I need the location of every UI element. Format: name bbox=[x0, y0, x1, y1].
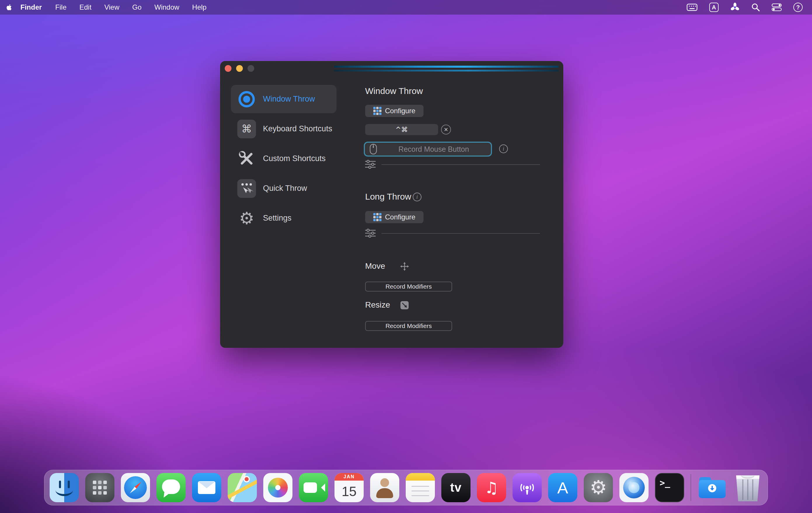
menu-status-area: A ? bbox=[687, 3, 812, 12]
shortcut-value: ^⌘ bbox=[396, 126, 408, 133]
minimize-window-button[interactable] bbox=[236, 65, 243, 72]
window-controls bbox=[225, 65, 254, 72]
apple-menu-icon[interactable] bbox=[0, 3, 19, 12]
sidebar-item-window-throw[interactable]: Window Throw bbox=[231, 85, 337, 113]
record-mouse-placeholder: Record Mouse Button bbox=[381, 145, 486, 153]
dock-launchpad-icon[interactable] bbox=[85, 473, 114, 502]
keyboard-icon[interactable] bbox=[687, 3, 698, 11]
active-app-name[interactable]: Finder bbox=[19, 0, 49, 14]
record-mouse-button-field[interactable]: Record Mouse Button bbox=[364, 142, 492, 156]
resize-section-title: Resize bbox=[365, 300, 390, 310]
zoom-window-button[interactable] bbox=[248, 65, 254, 72]
sidebar-item-label: Keyboard Shortcuts bbox=[263, 124, 332, 133]
app-window: Window Throw ⌘ Keyboard Shortcuts Custom… bbox=[220, 61, 563, 348]
input-source-letter: A bbox=[712, 4, 716, 11]
sidebar-item-label: Window Throw bbox=[263, 95, 315, 103]
window-throw-section-title: Window Throw bbox=[365, 86, 423, 96]
dock-messages-icon[interactable] bbox=[156, 473, 185, 502]
dock-downloads-icon[interactable] bbox=[698, 473, 727, 502]
window-throw-shortcut-field[interactable]: ^⌘ bbox=[365, 124, 438, 135]
sidebar-item-quick-throw[interactable]: Quick Throw bbox=[231, 174, 337, 203]
long-throw-configure-button[interactable]: Configure bbox=[365, 211, 424, 223]
sidebar-item-custom-shortcuts[interactable]: Custom Shortcuts bbox=[231, 145, 337, 173]
menu-help[interactable]: Help bbox=[185, 0, 213, 14]
music-note-glyph: ♫ bbox=[485, 479, 498, 497]
spotlight-search-icon[interactable] bbox=[751, 3, 760, 12]
section-divider-2 bbox=[381, 233, 540, 234]
section-divider-1 bbox=[381, 164, 540, 165]
dock: JAN 15 tv ♫ A ⚙ >_ bbox=[44, 470, 768, 505]
info-glyph: i bbox=[416, 194, 418, 200]
dock-photos-icon[interactable] bbox=[263, 473, 292, 502]
dock-music-icon[interactable]: ♫ bbox=[477, 473, 506, 502]
control-center-icon[interactable] bbox=[772, 3, 782, 11]
grid-icon bbox=[373, 107, 381, 115]
dock-mail-icon[interactable] bbox=[192, 473, 221, 502]
dock-maps-icon[interactable] bbox=[228, 473, 257, 502]
sidebar-item-settings[interactable]: ⚙ Settings bbox=[231, 204, 337, 232]
custom-shortcuts-icon bbox=[237, 149, 256, 168]
dock-notes-icon[interactable] bbox=[406, 473, 435, 502]
move-section-title: Move bbox=[365, 262, 385, 271]
sidebar-item-label: Custom Shortcuts bbox=[263, 154, 326, 163]
clear-shortcut-button[interactable]: × bbox=[441, 125, 451, 134]
menu-bar: Finder File Edit View Go Window Help A ? bbox=[0, 0, 812, 14]
configure-button-label: Configure bbox=[385, 213, 415, 221]
calendar-day: 15 bbox=[335, 481, 364, 502]
resize-icon bbox=[400, 301, 409, 311]
dock-facetime-icon[interactable] bbox=[299, 473, 328, 502]
menu-file[interactable]: File bbox=[49, 0, 73, 14]
info-icon-long-throw[interactable]: i bbox=[413, 192, 422, 201]
info-glyph: i bbox=[503, 146, 504, 152]
sidebar-item-keyboard-shortcuts[interactable]: ⌘ Keyboard Shortcuts bbox=[231, 115, 337, 143]
menu-window[interactable]: Window bbox=[148, 0, 185, 14]
dock-window-manager-icon[interactable] bbox=[619, 473, 648, 502]
titlebar-accent-stripe bbox=[334, 66, 559, 68]
resize-record-modifiers-button[interactable]: Record Modifiers bbox=[365, 321, 452, 331]
input-source-icon[interactable]: A bbox=[709, 3, 719, 12]
menu-edit[interactable]: Edit bbox=[73, 0, 98, 14]
help-question-glyph: ? bbox=[796, 4, 800, 11]
dock-system-preferences-icon[interactable]: ⚙ bbox=[584, 473, 613, 502]
record-modifiers-label: Record Modifiers bbox=[385, 283, 432, 290]
dock-tv-icon[interactable]: tv bbox=[441, 473, 470, 502]
quick-throw-icon bbox=[237, 179, 256, 198]
app-store-glyph: A bbox=[557, 478, 568, 497]
dock-finder-icon[interactable] bbox=[50, 473, 79, 502]
window-throw-icon bbox=[237, 90, 256, 109]
move-record-modifiers-button[interactable]: Record Modifiers bbox=[365, 281, 452, 292]
menu-go[interactable]: Go bbox=[126, 0, 148, 14]
grid-icon bbox=[373, 213, 381, 221]
dock-terminal-icon[interactable]: >_ bbox=[655, 473, 684, 502]
info-icon-record-mouse[interactable]: i bbox=[499, 145, 508, 153]
clear-icon: × bbox=[444, 126, 448, 133]
gear-glyph: ⚙ bbox=[589, 478, 607, 497]
sidebar-item-label: Settings bbox=[263, 214, 292, 223]
configure-button-label: Configure bbox=[385, 107, 415, 115]
filter-options-icon-2[interactable] bbox=[365, 229, 376, 239]
tv-glyph: tv bbox=[450, 481, 461, 494]
sidebar-item-label: Quick Throw bbox=[263, 184, 307, 193]
calendar-month: JAN bbox=[335, 473, 364, 481]
dock-contacts-icon[interactable] bbox=[370, 473, 399, 502]
record-modifiers-label: Record Modifiers bbox=[385, 323, 432, 329]
dock-divider bbox=[691, 474, 691, 501]
terminal-prompt-glyph: >_ bbox=[660, 478, 670, 488]
menu-view[interactable]: View bbox=[98, 0, 126, 14]
titlebar-accent-stripe-2 bbox=[334, 70, 559, 71]
close-window-button[interactable] bbox=[225, 65, 231, 72]
dock-safari-icon[interactable] bbox=[121, 473, 150, 502]
download-arrow-icon bbox=[708, 484, 716, 492]
dock-calendar-icon[interactable]: JAN 15 bbox=[335, 473, 364, 502]
mouse-icon bbox=[370, 144, 377, 155]
help-icon[interactable]: ? bbox=[793, 3, 803, 12]
gear-glyph: ⚙ bbox=[239, 210, 254, 227]
dock-trash-icon[interactable] bbox=[733, 473, 762, 502]
window-throw-configure-button[interactable]: Configure bbox=[365, 105, 424, 117]
fan-menu-icon[interactable] bbox=[730, 3, 740, 12]
dock-app-store-icon[interactable]: A bbox=[548, 473, 577, 502]
long-throw-section-title: Long Throw bbox=[365, 192, 411, 202]
command-glyph: ⌘ bbox=[241, 123, 252, 135]
dock-podcasts-icon[interactable] bbox=[513, 473, 542, 502]
filter-options-icon-1[interactable] bbox=[365, 160, 376, 170]
